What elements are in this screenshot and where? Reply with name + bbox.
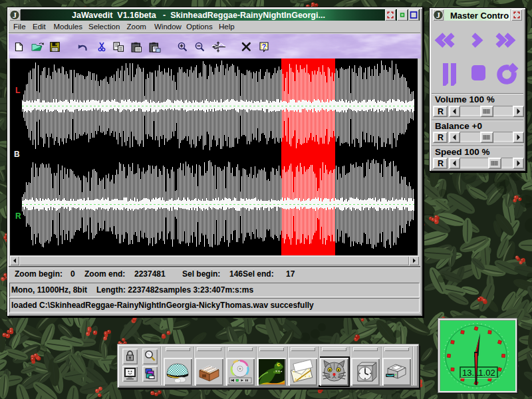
svg-text:J: J	[436, 11, 440, 20]
svg-text:J: J	[13, 11, 17, 20]
svg-text:13.11.02: 13.11.02	[462, 368, 495, 378]
svg-text:?: ?	[262, 43, 266, 51]
